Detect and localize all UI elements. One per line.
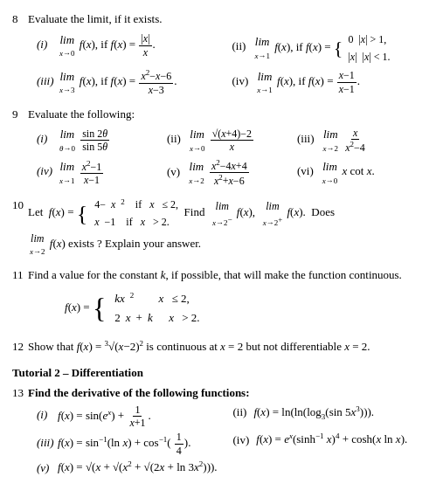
problem-9: 9 Evaluate the following: (i) lim θ→0 si… [12, 106, 427, 188]
lim-expr-i: lim x→0 f(x), if f(x) = |x| x . [58, 31, 156, 60]
prob-8-title: Evaluate the limit, if it exists. [28, 10, 427, 28]
tutorial-2-header: Tutorial 2 – Differentiation [12, 364, 427, 382]
prob-9-part-v: (v) lim x→2 x2−4x+4 x2+x−6 [167, 158, 297, 188]
prob-13-parts: (i) f(x) = sin(ex) + 1 x+1 . (ii) f(x) =… [37, 404, 427, 458]
prob-12-title: Show that f(x) = 3√(x−2)2 is continuous … [28, 338, 427, 356]
prob-11-title: Find a value for the constant k, if poss… [28, 266, 427, 284]
prob-13-part-v: (v) f(x) = √(x + √(x2 + √(2x + ln 3x2)))… [37, 459, 427, 476]
prob-13-part-iv: (iv) f(x) = ex(sinh−1 x)4 + cosh(x ln x)… [233, 431, 428, 457]
prob-8-number: 8 [12, 10, 28, 28]
prob-9-part-ii: (ii) lim x→0 √(x+4)−2 x [167, 126, 297, 155]
problem-8: 8 Evaluate the limit, if it exists. (i) … [12, 10, 427, 97]
prob-13-part-iii: (iii) f(x) = sin−1(ln x) + cos−1( 1 4 ). [37, 431, 232, 457]
prob-13-part-ii: (ii) f(x) = ln(ln(log3(sin 5x3))). [233, 404, 428, 430]
problem-10: 10 Let f(x) = { 4−x2 if x ≤ 2, x−1 if x … [12, 197, 427, 259]
problem-13: 13 Find the derivative of the following … [12, 384, 427, 476]
prob-9-part-i: (i) lim θ→0 sin 2θ sin 5θ [37, 126, 167, 155]
prob-9-part-vi: (vi) lim x→0 x cot x. [297, 158, 427, 188]
prob-9-number: 9 [12, 106, 28, 123]
problem-12: 12 Show that f(x) = 3√(x−2)2 is continuo… [12, 338, 427, 356]
prob-9-part-iii: (iii) lim x→2 x x2−4 [297, 126, 427, 155]
prob-8-parts: (i) lim x→0 f(x), if f(x) = |x| x . (ii)… [37, 31, 427, 97]
prob-10-number: 10 [12, 197, 28, 214]
prob-12-number: 12 [12, 338, 28, 356]
prob-9-part-iv: (iv) lim x→1 x2−1 x−1 [37, 158, 167, 188]
prob-13-title: Find the derivative of the following fun… [28, 384, 427, 402]
prob-9-title: Evaluate the following: [28, 106, 427, 123]
prob-13-part-i: (i) f(x) = sin(ex) + 1 x+1 . [37, 404, 232, 430]
prob-11-number: 11 [12, 266, 28, 284]
prob-10-content: Let f(x) = { 4−x2 if x ≤ 2, x−1 if x > 2… [28, 197, 427, 259]
prob-8-part-iv: (iv) lim x→1 f(x), if f(x) = x−1 x−1 . [232, 68, 428, 97]
prob-8-part-iii: (iii) lim x→3 f(x), if f(x) = x2−x−6 x−3… [37, 68, 232, 97]
prob-8-part-ii: (ii) lim x→1 f(x), if f(x) = { 0|x| > 1,… [232, 31, 428, 65]
prob-9-parts: (i) lim θ→0 sin 2θ sin 5θ (ii) lim x→0 [37, 126, 427, 188]
problem-11: 11 Find a value for the constant k, if p… [12, 266, 427, 329]
prob-11-expr: f(x) = { kx2 x ≤ 2, 2x+k x > 2. [65, 287, 427, 329]
prob-8-part-i: (i) lim x→0 f(x), if f(x) = |x| x . [37, 31, 232, 65]
prob-13-number: 13 [12, 384, 28, 402]
